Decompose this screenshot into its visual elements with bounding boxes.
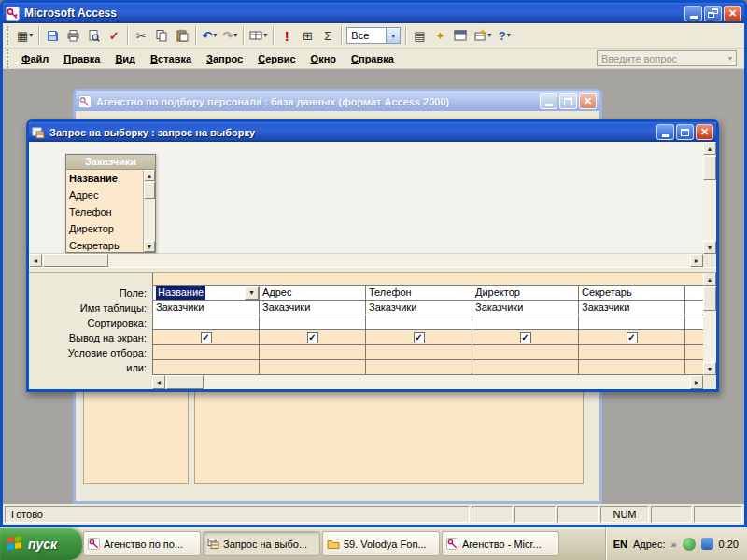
scrollbar-down-button[interactable]: ▼ [703, 241, 716, 254]
language-indicator[interactable]: EN [613, 539, 627, 550]
grid-cell-sort-partial[interactable] [685, 315, 703, 330]
field-list-item[interactable]: Название [66, 170, 143, 187]
scrollbar-right-button[interactable]: ► [690, 254, 703, 267]
show-checkbox[interactable]: ✓ [201, 332, 212, 343]
scrollbar-thumb[interactable] [144, 182, 155, 199]
grid-cell-show-4[interactable]: ✓ [579, 330, 685, 345]
table-pane-vscrollbar[interactable]: ▲ ▼ [703, 142, 716, 254]
grid-cell-criteria-2[interactable] [366, 345, 472, 360]
field-list-scrollbar[interactable]: ▲ ▼ [143, 170, 155, 252]
scrollbar-down-button[interactable]: ▼ [144, 241, 155, 252]
save-button[interactable] [42, 25, 63, 46]
field-combo-button[interactable]: ▼ [245, 287, 259, 300]
grid-cell-criteria-partial[interactable] [685, 345, 703, 360]
print-preview-button[interactable] [83, 25, 104, 46]
grid-cell-show-1[interactable]: ✓ [260, 330, 366, 345]
undo-button[interactable]: ↶▾ [199, 25, 219, 46]
top-values-combobox[interactable]: Все ▼ [346, 27, 401, 44]
taskbar-item-folder[interactable]: 59. Volodya Fon... [322, 531, 440, 556]
taskbar-item-query[interactable]: Запрос на выбо... [203, 531, 320, 556]
db-close-button[interactable]: ✕ [579, 93, 597, 109]
scrollbar-up-button[interactable]: ▲ [703, 142, 716, 155]
taskbar-item-db[interactable]: Агенство по по... [83, 531, 201, 556]
help-button[interactable]: ?▾ [494, 25, 514, 46]
properties-button[interactable]: ▤ [409, 25, 430, 46]
scrollbar-thumb[interactable] [703, 156, 716, 180]
tray-icon-antivirus[interactable] [683, 538, 696, 551]
start-button[interactable]: пуск [0, 527, 82, 560]
grid-hscrollbar[interactable]: ◄ ► [152, 375, 703, 389]
show-checkbox[interactable]: ✓ [307, 332, 318, 343]
query-window-titlebar[interactable]: Запрос на выборку : запрос на выборку ✕ [29, 122, 716, 142]
tray-icon-network[interactable] [701, 538, 713, 550]
menu-query[interactable]: Запрос [199, 50, 250, 67]
database-window-button[interactable] [450, 25, 471, 46]
grid-cell-criteria-4[interactable] [579, 345, 685, 360]
menu-view[interactable]: Вид [107, 50, 143, 67]
grid-cell-sort-2[interactable] [366, 315, 472, 330]
app-minimize-button[interactable] [684, 6, 702, 21]
grid-cell-show-partial[interactable] [685, 330, 703, 345]
db-minimize-button[interactable] [540, 93, 557, 109]
scrollbar-thumb[interactable] [166, 375, 204, 389]
grid-cell-or-partial[interactable] [685, 360, 703, 375]
copy-button[interactable] [151, 25, 172, 46]
taskbar-item-access[interactable]: Агенство - Micr... [442, 531, 559, 556]
address-band-chevron-icon[interactable]: » [670, 539, 676, 550]
grid-cell-show-0[interactable]: ✓ [153, 330, 260, 345]
menu-edit[interactable]: Правка [56, 50, 107, 67]
grid-cell-table-1[interactable]: Заказчики [260, 301, 366, 315]
show-checkbox[interactable]: ✓ [627, 332, 638, 343]
scrollbar-right-button[interactable]: ► [690, 375, 703, 389]
top-values-dropdown-button[interactable]: ▼ [386, 28, 400, 43]
field-list-item[interactable]: Директор [66, 220, 143, 237]
grid-cell-or-4[interactable] [579, 360, 685, 375]
run-button[interactable]: ! [276, 25, 297, 46]
grid-cell-field-0[interactable]: Название ▼ [153, 286, 260, 301]
grid-cell-criteria-1[interactable] [260, 345, 366, 360]
grid-cell-sort-3[interactable] [472, 315, 579, 330]
grid-cell-or-2[interactable] [366, 360, 472, 375]
spelling-button[interactable]: ✓ [104, 25, 124, 46]
query-type-button[interactable]: ▾ [247, 25, 270, 46]
grid-cell-field-3[interactable]: Директор [472, 286, 579, 301]
field-list-caption[interactable]: Заказчики [66, 155, 155, 170]
toolbar-drag-handle[interactable] [7, 26, 10, 45]
grid-cell-sort-4[interactable] [579, 315, 685, 330]
scrollbar-up-button[interactable]: ▲ [144, 170, 155, 181]
table-pane-hscrollbar[interactable]: ◄ ► [29, 254, 703, 267]
menu-window[interactable]: Окно [303, 50, 344, 67]
grid-cell-or-1[interactable] [260, 360, 366, 375]
show-checkbox[interactable]: ✓ [414, 332, 425, 343]
grid-cell-sort-1[interactable] [260, 315, 366, 330]
grid-cell-table-0[interactable]: Заказчики [153, 301, 260, 315]
database-window-titlebar[interactable]: Агенство по подбору персонала : база дан… [76, 91, 599, 111]
app-restore-button[interactable] [704, 6, 722, 21]
grid-vscrollbar[interactable]: ▲ ▼ [703, 273, 716, 375]
build-button[interactable]: ✦ [430, 25, 450, 46]
scrollbar-left-button[interactable]: ◄ [29, 254, 42, 267]
grid-cell-show-2[interactable]: ✓ [366, 330, 472, 345]
grid-cell-criteria-0[interactable] [153, 345, 260, 360]
show-table-button[interactable]: ⊞ [297, 25, 317, 46]
print-button[interactable] [63, 25, 83, 46]
clock[interactable]: 0:20 [719, 539, 739, 550]
grid-cell-table-4[interactable]: Заказчики [579, 301, 685, 315]
app-titlebar[interactable]: Microsoft Access ✕ [3, 3, 744, 23]
grid-cell-criteria-3[interactable] [472, 345, 579, 360]
grid-cell-show-3[interactable]: ✓ [472, 330, 579, 345]
grid-cell-field-4[interactable]: Секретарь [579, 286, 685, 301]
grid-cell-table-3[interactable]: Заказчики [472, 301, 579, 315]
paste-button[interactable] [172, 25, 192, 46]
query-maximize-button[interactable] [676, 124, 694, 140]
query-close-button[interactable]: ✕ [696, 124, 713, 140]
menu-file[interactable]: Файл [14, 50, 56, 67]
grid-cell-sort-0[interactable] [153, 315, 260, 330]
grid-cell-or-0[interactable] [153, 360, 260, 375]
scrollbar-left-button[interactable]: ◄ [152, 375, 165, 389]
menu-help[interactable]: Справка [344, 50, 402, 67]
grid-cell-field-1[interactable]: Адрес [260, 286, 366, 301]
menu-insert[interactable]: Вставка [143, 50, 199, 67]
view-button[interactable]: ▦▾ [14, 25, 35, 46]
field-list-item[interactable]: Адрес [66, 187, 143, 203]
